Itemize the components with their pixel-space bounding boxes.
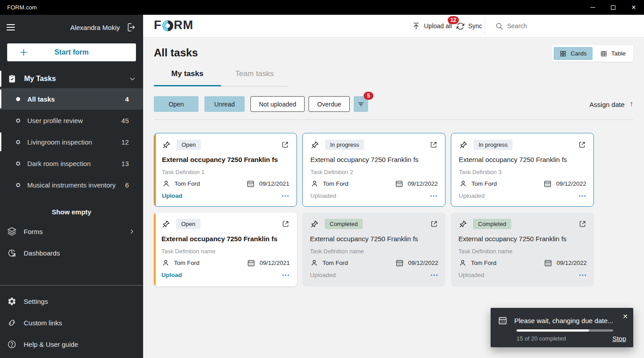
person-icon [458,259,467,267]
sidebar-item-user-profile-review[interactable]: User profile review 45 [0,110,143,131]
open-in-new-icon[interactable] [281,141,289,149]
tab-my-tasks[interactable]: My tasks [154,69,221,86]
minimize-button[interactable] [582,0,603,15]
card-actions-row: Uploaded ⋯ [310,192,438,199]
menu-button[interactable] [5,22,16,33]
task-card[interactable]: Open External occupancy 7250 Franklin fs… [154,213,297,286]
sidebar-item-livingroom-inspection[interactable]: Livingroom inspection 12 [0,131,143,153]
form-logo: F RM [154,18,194,32]
uploaded-status-text: Uploaded [310,272,336,278]
task-count: 45 [121,117,129,124]
pin-icon[interactable] [310,220,319,229]
toast-footer-row: 15 of 20 completed Stop [517,335,626,342]
sidebar-item-musical-instruments-inventory[interactable]: Musical instruments inventory 6 [0,174,143,196]
task-card[interactable]: In progress External occupancy 7250 Fran… [302,133,445,207]
filter-chip-not-uploaded[interactable]: Not uploaded [250,96,305,112]
more-options-icon[interactable]: ⋯ [579,273,587,277]
due-date: 09/12/2022 [408,260,438,266]
table-view-button[interactable]: Table [594,47,631,60]
stop-button[interactable]: Stop [612,335,626,342]
calendar-icon [395,179,403,188]
sidebar-item-help[interactable]: Help & User guide [0,333,143,355]
sidebar: Alexandra Mokiy Start form My Tasks [0,15,143,358]
start-form-button[interactable]: Start form [7,43,136,61]
tab-team-tasks[interactable]: Team tasks [221,69,288,86]
more-options-icon[interactable]: ⋯ [578,194,586,198]
upload-action-link[interactable]: Upload [161,272,182,278]
sign-out-icon[interactable] [126,22,136,32]
task-definition: Task Definition 1 [162,169,289,175]
more-options-icon[interactable]: ⋯ [281,194,289,198]
due-date-group: 09/12/2022 [544,259,587,267]
clipboard-icon [7,74,17,84]
main-header: F RM Upload all 12 Sync [143,15,644,38]
pin-icon[interactable] [310,141,319,149]
filter-chip-unread[interactable]: Unread [204,96,245,112]
chevron-down-icon [129,75,136,82]
unread-indicator-bar [0,71,1,87]
task-card[interactable]: Open External occupancy 7250 Franklin fs… [154,133,297,207]
unread-indicator-bar [0,90,1,108]
sidebar-item-label: Dark room inspection [27,160,91,167]
progress-bar [517,329,613,332]
task-title: External occupancy 7250 Franklin fs [310,156,438,163]
pin-icon[interactable] [458,220,467,229]
toast-message-row: Please wait, changing due date... [491,308,633,325]
card-header: Completed [310,219,438,229]
more-options-icon[interactable]: ⋯ [282,273,290,277]
pin-icon[interactable] [161,220,170,229]
more-filters-button[interactable]: 5 [354,96,368,112]
upload-all-button[interactable]: Upload all 12 [412,15,452,37]
card-actions-row: Uploaded ⋯ [459,192,586,199]
cards-view-button[interactable]: Cards [554,47,593,60]
calendar-icon [247,259,255,267]
my-tasks-section-header[interactable]: My Tasks [0,69,143,88]
progress-toast: Please wait, changing due date... ✕ 15 o… [491,308,633,347]
pin-icon[interactable] [459,141,468,149]
calendar-icon [246,179,255,188]
filter-chip-open[interactable]: Open [154,96,199,112]
card-meta-row: Tom Ford 09/12/2022 [310,259,438,267]
filter-chip-overdue[interactable]: Overdue [309,96,350,112]
task-card[interactable]: In progress External occupancy 7250 Fran… [451,133,594,207]
sidebar-item-dark-room-inspection[interactable]: Dark room inspection 13 [0,153,143,174]
logo-letters-rm: RM [174,18,194,32]
pin-icon[interactable] [162,141,171,149]
close-button[interactable]: ✕ [623,0,644,15]
upload-action-link[interactable]: Upload [162,192,182,199]
card-actions-row: Uploaded ⋯ [458,272,587,278]
maximize-button[interactable] [603,0,623,15]
more-options-icon[interactable]: ⋯ [430,194,438,198]
help-label: Help & User guide [24,341,78,348]
task-count: 4 [125,95,129,103]
sidebar-item-settings[interactable]: Settings [0,290,143,312]
sync-label: Sync [468,22,482,30]
card-actions-row: Upload ⋯ [162,192,289,199]
sort-control[interactable]: Assign date ↑ [589,100,633,109]
open-in-new-icon[interactable] [430,220,438,228]
more-options-icon[interactable]: ⋯ [430,273,438,277]
dashboard-pie-chart-icon [7,248,17,258]
open-in-new-icon[interactable] [429,141,438,149]
sidebar-item-forms[interactable]: Forms [0,221,143,242]
user-name: Alexandra Mokiy [70,24,120,31]
toast-close-icon[interactable]: ✕ [622,312,629,321]
open-in-new-icon[interactable] [578,220,587,228]
open-in-new-icon[interactable] [578,141,586,149]
task-count: 13 [121,160,129,167]
sidebar-item-custom-links[interactable]: Custom links [0,312,143,333]
task-card[interactable]: Completed External occupancy 7250 Frankl… [451,213,594,286]
search-input[interactable]: Search [495,15,629,37]
assignee-name: Tom Ford [322,260,348,266]
task-card[interactable]: Completed External occupancy 7250 Frankl… [302,213,445,286]
sidebar-item-dashboards[interactable]: Dashboards [0,242,143,264]
uploaded-status-text: Uploaded [458,272,484,278]
show-empty-button[interactable]: Show empty [0,203,143,221]
sync-button[interactable]: Sync [456,15,482,37]
card-header: Open [161,219,290,229]
due-date: 09/12/2021 [259,260,290,266]
sidebar-item-all-tasks[interactable]: All tasks 4 [0,88,143,110]
sidebar-divider [0,285,143,286]
due-date: 09/12/2022 [556,260,587,266]
open-in-new-icon[interactable] [281,220,290,228]
